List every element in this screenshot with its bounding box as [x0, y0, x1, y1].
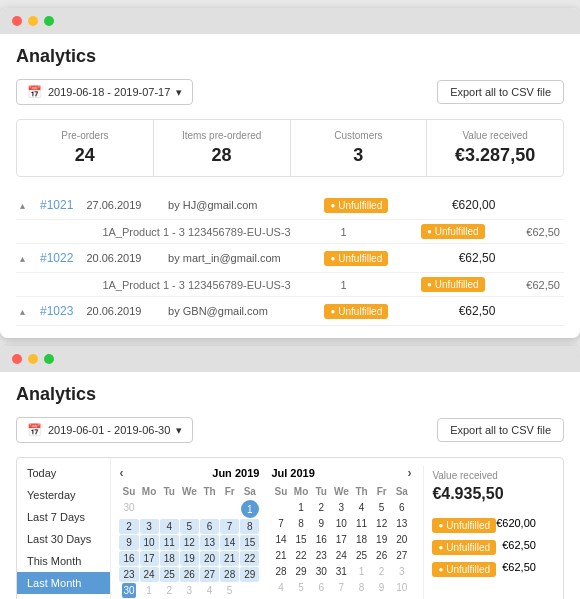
close-btn-2[interactable]	[12, 354, 22, 364]
export-csv-button-2[interactable]: Export all to CSV file	[437, 418, 564, 442]
day-cell[interactable]: 25	[352, 548, 371, 563]
day-cell[interactable]: 10	[332, 516, 351, 531]
day-cell[interactable]: 30	[312, 564, 331, 579]
day-cell[interactable]: 5	[372, 500, 391, 515]
day-cell[interactable]: 30	[119, 500, 138, 518]
day-cell[interactable]: 21	[220, 551, 239, 566]
day-cell[interactable]: 8	[292, 516, 311, 531]
day-cell[interactable]: 2	[372, 564, 391, 579]
date-range-button-2[interactable]: 📅 2019-06-01 - 2019-06-30 ▾	[16, 417, 193, 443]
day-cell[interactable]: 20	[200, 551, 219, 566]
day-cell[interactable]: 15	[292, 532, 311, 547]
day-cell[interactable]: 19	[180, 551, 199, 566]
day-cell[interactable]: 12	[180, 535, 199, 550]
day-cell[interactable]: 25	[160, 567, 179, 582]
day-cell[interactable]: 9	[119, 535, 138, 550]
day-cell[interactable]: 7	[220, 519, 239, 534]
next-month-icon[interactable]: ›	[407, 466, 411, 480]
day-cell[interactable]: 19	[372, 532, 391, 547]
maximize-btn-1[interactable]	[44, 16, 54, 26]
maximize-btn-2[interactable]	[44, 354, 54, 364]
day-cell[interactable]: 3	[332, 500, 351, 515]
day-cell[interactable]: 3	[180, 583, 199, 598]
day-cell[interactable]: 24	[332, 548, 351, 563]
day-cell[interactable]: 9	[372, 580, 391, 595]
table-row[interactable]: ▴ #1021 27.06.2019 by HJ@gmail.com Unful…	[16, 191, 564, 220]
day-cell[interactable]: 13	[200, 535, 219, 550]
sidebar-today[interactable]: Today	[17, 462, 110, 484]
day-cell[interactable]: 28	[220, 567, 239, 582]
day-cell[interactable]: 5	[220, 583, 239, 598]
day-cell[interactable]: 23	[119, 567, 138, 582]
prev-month-icon[interactable]: ‹	[119, 466, 123, 480]
order-id[interactable]: #1023	[40, 304, 73, 318]
day-cell-selected-end[interactable]: 30	[122, 583, 135, 598]
sidebar-yesterday[interactable]: Yesterday	[17, 484, 110, 506]
day-cell[interactable]: 22	[240, 551, 259, 566]
day-cell[interactable]: 6	[392, 500, 411, 515]
day-cell[interactable]: 4	[160, 519, 179, 534]
day-cell[interactable]: 11	[352, 516, 371, 531]
date-range-button-1[interactable]: 📅 2019-06-18 - 2019-07-17 ▾	[16, 79, 193, 105]
day-cell[interactable]: 1	[292, 500, 311, 515]
day-cell[interactable]: 8	[352, 580, 371, 595]
day-cell[interactable]: 17	[140, 551, 159, 566]
day-cell[interactable]: 8	[240, 519, 259, 534]
order-id[interactable]: #1021	[40, 198, 73, 212]
export-csv-button-1[interactable]: Export all to CSV file	[437, 80, 564, 104]
day-cell[interactable]: 7	[332, 580, 351, 595]
day-cell[interactable]: 3	[392, 564, 411, 579]
sidebar-lastmonth[interactable]: Last Month	[17, 572, 110, 594]
order-id[interactable]: #1022	[40, 251, 73, 265]
day-cell[interactable]: 16	[119, 551, 138, 566]
close-btn-1[interactable]	[12, 16, 22, 26]
day-cell[interactable]: 26	[180, 567, 199, 582]
day-cell[interactable]: 4	[271, 580, 290, 595]
day-cell[interactable]: 21	[271, 548, 290, 563]
day-cell[interactable]: 17	[332, 532, 351, 547]
day-cell[interactable]: 29	[240, 567, 259, 582]
day-cell[interactable]: 23	[312, 548, 331, 563]
day-cell[interactable]: 1	[352, 564, 371, 579]
day-cell[interactable]: 20	[392, 532, 411, 547]
day-cell[interactable]: 27	[200, 567, 219, 582]
day-cell[interactable]: 1	[140, 583, 159, 598]
day-cell[interactable]: 15	[240, 535, 259, 550]
day-cell[interactable]: 29	[292, 564, 311, 579]
day-cell[interactable]: 5	[292, 580, 311, 595]
day-cell[interactable]: 31	[332, 564, 351, 579]
day-cell[interactable]: 7	[271, 516, 290, 531]
day-cell-selected-start[interactable]: 1	[241, 500, 259, 518]
day-cell[interactable]: 2	[119, 519, 138, 534]
day-cell[interactable]: 2	[312, 500, 331, 515]
day-cell[interactable]: 16	[312, 532, 331, 547]
day-cell[interactable]: 27	[392, 548, 411, 563]
day-cell[interactable]: 14	[271, 532, 290, 547]
day-cell[interactable]: 18	[160, 551, 179, 566]
day-cell[interactable]: 24	[140, 567, 159, 582]
minimize-btn-2[interactable]	[28, 354, 38, 364]
day-cell[interactable]: 11	[160, 535, 179, 550]
day-cell[interactable]: 18	[352, 532, 371, 547]
minimize-btn-1[interactable]	[28, 16, 38, 26]
day-cell[interactable]: 3	[140, 519, 159, 534]
sidebar-last30[interactable]: Last 30 Days	[17, 528, 110, 550]
sidebar-thismonth[interactable]: This Month	[17, 550, 110, 572]
day-cell[interactable]: 2	[160, 583, 179, 598]
day-cell[interactable]: 6	[312, 580, 331, 595]
day-cell[interactable]: 10	[140, 535, 159, 550]
sidebar-last7[interactable]: Last 7 Days	[17, 506, 110, 528]
day-cell[interactable]: 14	[220, 535, 239, 550]
day-cell[interactable]: 4	[200, 583, 219, 598]
day-cell[interactable]: 12	[372, 516, 391, 531]
day-cell[interactable]: 10	[392, 580, 411, 595]
table-row[interactable]: ▴ #1023 20.06.2019 by GBN@gmail.com Unfu…	[16, 297, 564, 326]
day-cell[interactable]: 5	[180, 519, 199, 534]
table-row[interactable]: ▴ #1022 20.06.2019 by mart_in@gmail.com …	[16, 244, 564, 273]
day-cell[interactable]: 22	[292, 548, 311, 563]
sidebar-customrange[interactable]: Custom Range	[17, 594, 110, 599]
day-cell[interactable]: 9	[312, 516, 331, 531]
day-cell[interactable]: 13	[392, 516, 411, 531]
day-cell[interactable]: 6	[200, 519, 219, 534]
day-cell[interactable]: 26	[372, 548, 391, 563]
